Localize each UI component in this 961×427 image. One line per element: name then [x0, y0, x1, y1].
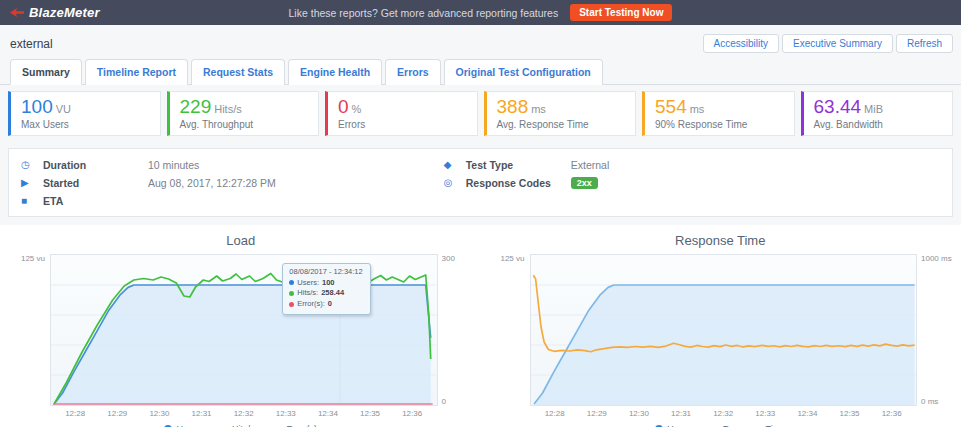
- x-axis: 12:2812:2912:3012:3112:3212:3312:3412:35…: [530, 406, 918, 420]
- tab-original-test-configuration[interactable]: Original Test Configuration: [444, 59, 603, 85]
- kpi-value: 388: [497, 96, 529, 117]
- charts-section: Load 125 vu 08/08/2017 - 12:34:12Users:1…: [0, 225, 961, 427]
- info-value: External: [571, 159, 940, 171]
- kpi-90-response-time: 554ms 90% Response Time: [642, 91, 795, 136]
- x-axis-tick: 12:32: [713, 409, 733, 418]
- response-time-chart-canvas[interactable]: [531, 255, 917, 405]
- report-header: external Accessibility Executive Summary…: [0, 25, 961, 59]
- kpi-label: Max Users: [21, 119, 150, 130]
- tag-icon: ◆: [444, 160, 466, 170]
- x-axis-tick: 12:33: [276, 409, 296, 418]
- kpi-unit: ms: [531, 103, 546, 115]
- executive-summary-button[interactable]: Executive Summary: [782, 34, 893, 53]
- info-label: ETA: [43, 195, 148, 207]
- kpi-label: Avg. Response Time: [497, 119, 626, 130]
- info-label: Test Type: [466, 159, 571, 171]
- info-row-test-type: ◆ Test Type External: [444, 157, 940, 172]
- page-title: external: [10, 37, 53, 51]
- kpi-unit: Hits/s: [214, 103, 242, 115]
- kpi-value: 0: [338, 96, 349, 117]
- tooltip-bullet-icon: [289, 302, 294, 307]
- tab-request-stats[interactable]: Request Stats: [191, 59, 285, 85]
- tooltip-row: Error(s):0: [289, 299, 362, 310]
- x-axis-tick: 12:28: [65, 409, 85, 418]
- response-time-chart-legend: UsersResponse Time: [488, 420, 954, 427]
- kpi-unit: VU: [56, 103, 71, 115]
- y-axis-left-label: 125 vu: [488, 254, 530, 406]
- kpi-unit: ms: [690, 103, 705, 115]
- info-row-eta: ■ ETA: [21, 193, 444, 208]
- kpi-errors: 0% Errors: [325, 91, 478, 136]
- kpi-row: 100VU Max Users 229Hits/s Avg. Throughpu…: [0, 85, 961, 136]
- load-chart-plot[interactable]: 08/08/2017 - 12:34:12Users:100Hits/s:258…: [50, 254, 438, 406]
- x-axis-tick: 12:31: [192, 409, 212, 418]
- x-axis-tick: 12:34: [797, 409, 817, 418]
- x-axis-tick: 12:29: [107, 409, 127, 418]
- chart-title: Response Time: [488, 231, 954, 254]
- kpi-label: Avg. Throughput: [180, 119, 309, 130]
- x-axis-tick: 12:35: [840, 409, 860, 418]
- kpi-avg-response-time: 388ms Avg. Response Time: [484, 91, 637, 136]
- x-axis-tick: 12:34: [318, 409, 338, 418]
- y-axis-left-label: 125 vu: [8, 254, 50, 406]
- blazemeter-logo-icon: [10, 4, 25, 22]
- info-row-started: ▶ Started Aug 08, 2017, 12:27:28 PM: [21, 175, 444, 190]
- response-time-chart-plot[interactable]: [530, 254, 918, 406]
- x-axis-tick: 12:35: [360, 409, 380, 418]
- top-navbar: BlazeMeter Like these reports? Get more …: [0, 0, 961, 25]
- refresh-button[interactable]: Refresh: [896, 34, 953, 53]
- x-axis: 12:2812:2912:3012:3112:3212:3312:3412:35…: [50, 406, 438, 420]
- tooltip-timestamp: 08/08/2017 - 12:34:12: [289, 267, 362, 276]
- load-chart-legend: UsersHits/sError(s): [8, 420, 474, 427]
- info-value: Aug 08, 2017, 12:27:28 PM: [148, 177, 444, 189]
- start-testing-now-button[interactable]: Start Testing Now: [570, 4, 672, 21]
- header-actions: Accessibility Executive Summary Refresh: [703, 34, 953, 53]
- load-chart-canvas[interactable]: [51, 255, 437, 405]
- kpi-label: 90% Response Time: [655, 119, 784, 130]
- x-axis-tick: 12:30: [149, 409, 169, 418]
- info-value: 10 minutes: [148, 159, 444, 171]
- kpi-label: Errors: [338, 119, 467, 130]
- chart-title: Load: [8, 231, 474, 254]
- kpi-value: 229: [180, 96, 212, 117]
- tooltip-row: Users:100: [289, 278, 362, 289]
- info-row-duration: ◷ Duration 10 minutes: [21, 157, 444, 172]
- tab-errors[interactable]: Errors: [385, 59, 441, 85]
- response-code-badge[interactable]: 2xx: [571, 177, 598, 189]
- info-label: Duration: [43, 159, 148, 171]
- tab-timeline-report[interactable]: Timeline Report: [85, 59, 188, 85]
- blazemeter-logo[interactable]: BlazeMeter: [10, 4, 100, 22]
- kpi-avg-throughput: 229Hits/s Avg. Throughput: [167, 91, 320, 136]
- kpi-value: 554: [655, 96, 687, 117]
- y-axis-right-bottom-label: 0 ms: [921, 397, 953, 406]
- x-axis-tick: 12:32: [234, 409, 254, 418]
- tab-engine-health[interactable]: Engine Health: [288, 59, 382, 85]
- tooltip-row: Hits/s:258.44: [289, 288, 362, 299]
- kpi-value: 63.44: [814, 96, 862, 117]
- promo-text: Like these reports? Get more advanced re…: [289, 7, 559, 19]
- y-axis-right-bottom-label: 0: [442, 397, 474, 406]
- response-codes-icon: ◎: [444, 178, 466, 188]
- y-axis-right-top-label: 1000 ms: [921, 254, 953, 263]
- kpi-unit: MiB: [864, 103, 883, 115]
- x-axis-tick: 12:28: [545, 409, 565, 418]
- kpi-label: Avg. Bandwidth: [814, 119, 943, 130]
- info-label: Started: [43, 177, 148, 189]
- kpi-value: 100: [21, 96, 53, 117]
- accessibility-button[interactable]: Accessibility: [703, 34, 779, 53]
- test-info-panel: ◷ Duration 10 minutes ▶ Started Aug 08, …: [8, 148, 953, 217]
- kpi-unit: %: [352, 103, 362, 115]
- kpi-max-users: 100VU Max Users: [8, 91, 161, 136]
- x-axis-tick: 12:33: [755, 409, 775, 418]
- info-row-response-codes: ◎ Response Codes 2xx: [444, 175, 940, 190]
- play-icon: ▶: [21, 178, 43, 188]
- x-axis-tick: 12:31: [671, 409, 691, 418]
- clock-icon: ◷: [21, 160, 43, 170]
- x-axis-tick: 12:30: [629, 409, 649, 418]
- x-axis-tick: 12:36: [882, 409, 902, 418]
- tooltip-bullet-icon: [289, 291, 294, 296]
- square-icon: ■: [21, 196, 43, 206]
- tooltip-bullet-icon: [289, 280, 294, 285]
- tab-summary[interactable]: Summary: [10, 59, 82, 85]
- x-axis-tick: 12:36: [402, 409, 422, 418]
